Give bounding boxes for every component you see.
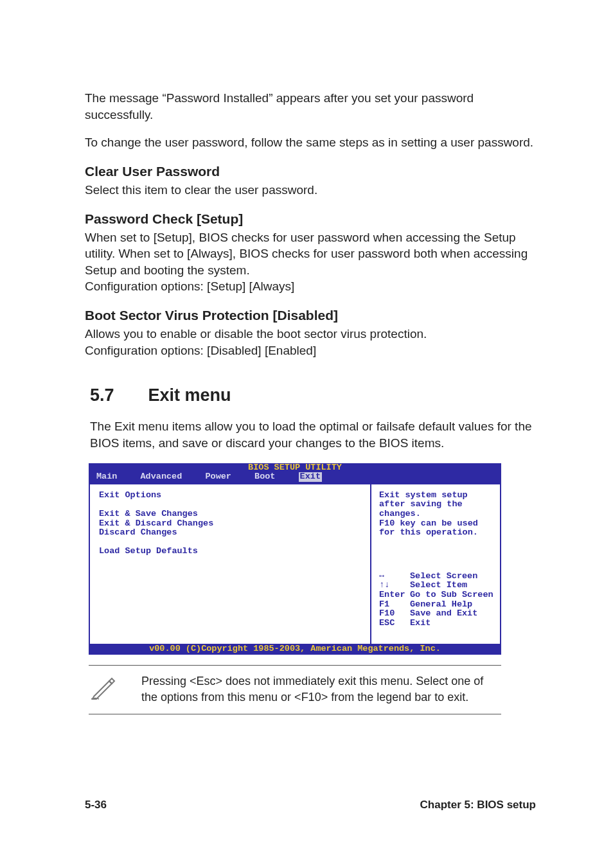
bios-help-line: for this operation. bbox=[379, 528, 493, 538]
bios-key-row: EnterGo to Sub Screen bbox=[379, 590, 493, 600]
section-body: The Exit menu items allow you to load th… bbox=[90, 418, 536, 451]
bios-screenshot: BIOS SETUP UTILITY Main Advanced Power B… bbox=[89, 463, 501, 655]
paragraph-intro-2: To change the user password, follow the … bbox=[85, 134, 536, 151]
bios-item-defaults: Load Setup Defaults bbox=[99, 547, 364, 556]
bios-key-row: ↔Select Screen bbox=[379, 572, 493, 581]
body-password-check-1: When set to [Setup], BIOS checks for use… bbox=[85, 229, 536, 279]
bios-help-line: Exit system setup bbox=[379, 491, 493, 500]
bios-key-row: ESCExit bbox=[379, 619, 493, 628]
note-callout: Pressing <Esc> does not immediately exit… bbox=[89, 665, 501, 714]
bios-tab-advanced: Advanced bbox=[141, 472, 182, 482]
bios-tab-main: Main bbox=[96, 472, 117, 482]
bios-key-row: F10Save and Exit bbox=[379, 609, 493, 619]
section-title: Exit menu bbox=[148, 385, 231, 405]
bios-title: BIOS SETUP UTILITY bbox=[89, 463, 501, 473]
subhead-password-check: Password Check [Setup] bbox=[85, 211, 536, 227]
bios-key-row: F1General Help bbox=[379, 600, 493, 610]
bios-help-line: changes. bbox=[379, 509, 493, 519]
body-password-check-2: Configuration options: [Setup] [Always] bbox=[85, 278, 536, 295]
bios-tabs: Main Advanced Power Boot Exit bbox=[89, 472, 501, 483]
paragraph-intro-1: The message “Password Installed” appears… bbox=[85, 90, 536, 123]
bios-tab-power: Power bbox=[205, 472, 231, 482]
bios-right-pane: Exit system setup after saving the chang… bbox=[371, 483, 500, 644]
subhead-boot-sector: Boot Sector Virus Protection [Disabled] bbox=[85, 308, 536, 323]
subhead-clear-user-password: Clear User Password bbox=[85, 164, 536, 179]
bios-tab-boot: Boot bbox=[254, 472, 275, 482]
body-boot-sector-2: Configuration options: [Disabled] [Enabl… bbox=[85, 342, 536, 359]
bios-help-line: F10 key can be used bbox=[379, 519, 493, 529]
bios-item-save: Exit & Save Changes bbox=[99, 509, 364, 519]
bios-footer: v00.00 (C)Copyright 1985-2003, American … bbox=[89, 644, 501, 655]
bios-item-discard-exit: Exit & Discard Changes bbox=[99, 519, 364, 529]
bios-help-line: after saving the bbox=[379, 500, 493, 509]
bios-left-heading: Exit Options bbox=[99, 491, 364, 500]
note-text: Pressing <Esc> does not immediately exit… bbox=[141, 673, 501, 705]
section-number: 5.7 bbox=[90, 385, 145, 405]
chapter-label: Chapter 5: BIOS setup bbox=[420, 799, 536, 811]
body-boot-sector-1: Allows you to enable or disable the boot… bbox=[85, 326, 536, 342]
bios-key-row: ↑↓Select Item bbox=[379, 581, 493, 590]
bios-tab-exit: Exit bbox=[299, 472, 322, 482]
bios-item-discard: Discard Changes bbox=[99, 528, 364, 538]
page-number: 5-36 bbox=[85, 799, 107, 811]
pencil-icon bbox=[90, 672, 118, 700]
body-clear-user-password: Select this item to clear the user passw… bbox=[85, 182, 536, 199]
bios-left-pane: Exit Options Exit & Save Changes Exit & … bbox=[90, 483, 371, 644]
